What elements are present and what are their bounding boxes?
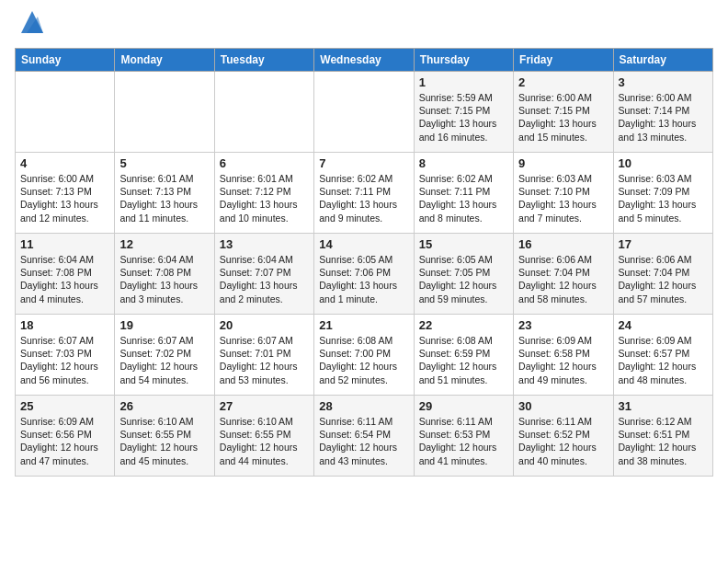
day-info: Daylight: 12 hours and 47 minutes.: [20, 441, 109, 466]
day-number: 13: [220, 237, 309, 251]
day-info: Sunrise: 6:09 AM: [20, 415, 109, 428]
calendar-table: SundayMondayTuesdayWednesdayThursdayFrid…: [15, 48, 713, 477]
day-info: Sunset: 7:08 PM: [20, 266, 109, 279]
day-info: Sunrise: 6:05 AM: [419, 253, 508, 266]
day-info: Daylight: 13 hours and 5 minutes.: [619, 198, 708, 224]
calendar-cell: 1Sunrise: 5:59 AMSunset: 7:15 PMDaylight…: [414, 72, 513, 153]
day-info: Sunset: 6:53 PM: [419, 428, 508, 441]
day-info: Daylight: 13 hours and 4 minutes.: [20, 279, 109, 304]
calendar-header-row: SundayMondayTuesdayWednesdayThursdayFrid…: [16, 49, 713, 72]
week-row-4: 18Sunrise: 6:07 AMSunset: 7:03 PMDayligh…: [16, 315, 713, 396]
day-info: Sunset: 7:13 PM: [20, 185, 109, 198]
day-number: 30: [518, 399, 608, 413]
day-info: Sunrise: 6:03 AM: [619, 172, 708, 185]
day-info: Daylight: 13 hours and 3 minutes.: [119, 279, 209, 304]
calendar-cell: 13Sunrise: 6:04 AMSunset: 7:07 PMDayligh…: [214, 234, 313, 315]
day-info: Daylight: 12 hours and 43 minutes.: [319, 441, 408, 466]
day-number: 9: [518, 156, 608, 170]
day-info: Sunrise: 6:09 AM: [619, 334, 708, 347]
day-info: Sunrise: 5:59 AM: [419, 91, 508, 104]
day-info: Sunrise: 6:11 AM: [518, 415, 608, 428]
calendar-cell: 16Sunrise: 6:06 AMSunset: 7:04 PMDayligh…: [514, 234, 613, 315]
calendar-cell: 27Sunrise: 6:10 AMSunset: 6:55 PMDayligh…: [214, 396, 313, 477]
day-info: Daylight: 13 hours and 13 minutes.: [619, 117, 708, 143]
day-info: Sunrise: 6:06 AM: [518, 253, 608, 266]
day-info: Daylight: 13 hours and 7 minutes.: [518, 198, 608, 224]
calendar-cell: 6Sunrise: 6:01 AMSunset: 7:12 PMDaylight…: [214, 153, 313, 234]
week-row-1: 1Sunrise: 5:59 AMSunset: 7:15 PMDaylight…: [16, 72, 713, 153]
calendar-cell: 18Sunrise: 6:07 AMSunset: 7:03 PMDayligh…: [16, 315, 115, 396]
calendar-cell: 17Sunrise: 6:06 AMSunset: 7:04 PMDayligh…: [613, 234, 712, 315]
day-info: Sunrise: 6:07 AM: [220, 334, 309, 347]
day-info: Sunrise: 6:11 AM: [319, 415, 408, 428]
day-info: Sunset: 6:52 PM: [518, 428, 608, 441]
day-number: 25: [20, 399, 109, 413]
calendar-cell: 12Sunrise: 6:04 AMSunset: 7:08 PMDayligh…: [115, 234, 214, 315]
day-number: 1: [419, 75, 508, 89]
column-header-wednesday: Wednesday: [314, 49, 414, 72]
calendar-cell: 2Sunrise: 6:00 AMSunset: 7:15 PMDaylight…: [514, 72, 613, 153]
day-number: 14: [319, 237, 408, 251]
day-info: Daylight: 12 hours and 59 minutes.: [419, 279, 508, 304]
day-info: Daylight: 12 hours and 51 minutes.: [419, 360, 508, 385]
day-info: Daylight: 12 hours and 49 minutes.: [518, 360, 608, 385]
day-info: Daylight: 13 hours and 16 minutes.: [419, 117, 508, 143]
day-info: Daylight: 12 hours and 38 minutes.: [619, 441, 708, 466]
day-info: Sunrise: 6:01 AM: [119, 172, 209, 185]
day-info: Sunrise: 6:11 AM: [419, 415, 508, 428]
calendar-cell: 8Sunrise: 6:02 AMSunset: 7:11 PMDaylight…: [414, 153, 513, 234]
day-info: Sunset: 6:56 PM: [20, 428, 109, 441]
calendar-cell: 15Sunrise: 6:05 AMSunset: 7:05 PMDayligh…: [414, 234, 513, 315]
day-info: Sunset: 6:58 PM: [518, 347, 608, 360]
day-info: Sunset: 7:02 PM: [119, 347, 209, 360]
day-info: Daylight: 12 hours and 45 minutes.: [119, 441, 209, 466]
calendar-cell: 20Sunrise: 6:07 AMSunset: 7:01 PMDayligh…: [214, 315, 313, 396]
day-info: Sunrise: 6:00 AM: [20, 172, 109, 185]
day-info: Sunrise: 6:02 AM: [419, 172, 508, 185]
day-info: Daylight: 13 hours and 2 minutes.: [220, 279, 309, 304]
day-info: Sunset: 6:51 PM: [619, 428, 708, 441]
day-info: Sunrise: 6:08 AM: [319, 334, 408, 347]
day-number: 22: [419, 318, 508, 332]
day-number: 16: [518, 237, 608, 251]
calendar-cell: 19Sunrise: 6:07 AMSunset: 7:02 PMDayligh…: [115, 315, 214, 396]
day-number: 5: [119, 156, 209, 170]
week-row-5: 25Sunrise: 6:09 AMSunset: 6:56 PMDayligh…: [16, 396, 713, 477]
calendar-cell: 5Sunrise: 6:01 AMSunset: 7:13 PMDaylight…: [115, 153, 214, 234]
day-info: Daylight: 12 hours and 53 minutes.: [220, 360, 309, 385]
day-number: 18: [20, 318, 109, 332]
calendar-cell: 30Sunrise: 6:11 AMSunset: 6:52 PMDayligh…: [514, 396, 613, 477]
day-number: 8: [419, 156, 508, 170]
day-number: 28: [319, 399, 408, 413]
day-info: Sunset: 7:11 PM: [419, 185, 508, 198]
day-info: Sunrise: 6:06 AM: [619, 253, 708, 266]
logo-icon: [17, 7, 47, 37]
day-info: Sunrise: 6:10 AM: [119, 415, 209, 428]
calendar-cell: 25Sunrise: 6:09 AMSunset: 6:56 PMDayligh…: [16, 396, 115, 477]
calendar-cell: 26Sunrise: 6:10 AMSunset: 6:55 PMDayligh…: [115, 396, 214, 477]
day-number: 6: [220, 156, 309, 170]
day-info: Daylight: 13 hours and 8 minutes.: [419, 198, 508, 224]
column-header-saturday: Saturday: [613, 49, 712, 72]
day-number: 7: [319, 156, 408, 170]
page-header: [15, 15, 713, 37]
day-number: 19: [119, 318, 209, 332]
calendar-cell: [314, 72, 414, 153]
day-info: Daylight: 12 hours and 54 minutes.: [119, 360, 209, 385]
day-info: Sunrise: 6:10 AM: [220, 415, 309, 428]
column-header-tuesday: Tuesday: [214, 49, 313, 72]
column-header-monday: Monday: [115, 49, 214, 72]
day-info: Sunset: 7:09 PM: [619, 185, 708, 198]
calendar-cell: 9Sunrise: 6:03 AMSunset: 7:10 PMDaylight…: [514, 153, 613, 234]
day-info: Sunset: 7:15 PM: [419, 104, 508, 117]
day-info: Sunset: 7:04 PM: [518, 266, 608, 279]
day-number: 17: [619, 237, 708, 251]
day-info: Sunrise: 6:03 AM: [518, 172, 608, 185]
calendar-cell: [214, 72, 313, 153]
day-info: Sunrise: 6:02 AM: [319, 172, 408, 185]
day-number: 4: [20, 156, 109, 170]
day-info: Daylight: 13 hours and 9 minutes.: [319, 198, 408, 224]
week-row-2: 4Sunrise: 6:00 AMSunset: 7:13 PMDaylight…: [16, 153, 713, 234]
day-info: Sunset: 6:55 PM: [119, 428, 209, 441]
calendar-cell: 22Sunrise: 6:08 AMSunset: 6:59 PMDayligh…: [414, 315, 513, 396]
